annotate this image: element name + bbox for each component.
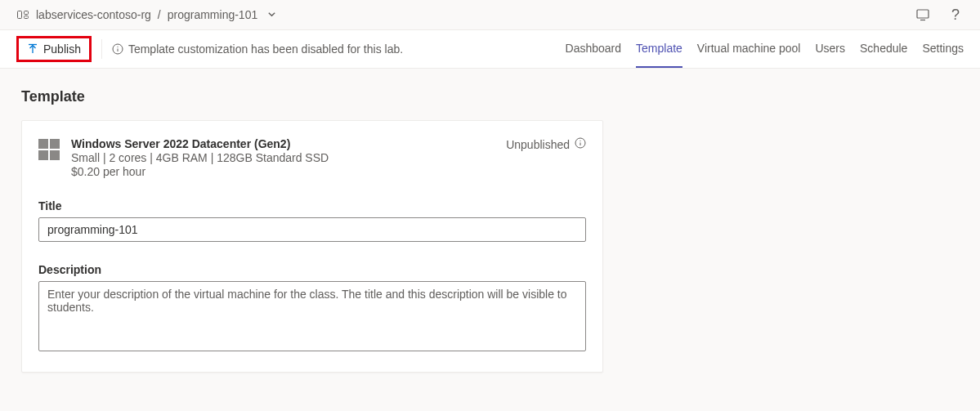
- windows-logo-icon: [38, 139, 60, 160]
- info-text: Template customization has been disabled…: [128, 42, 403, 56]
- title-input[interactable]: [38, 217, 586, 242]
- breadcrumb-separator: /: [158, 8, 161, 21]
- toolbar-divider: [101, 39, 102, 59]
- tab-vm-pool[interactable]: Virtual machine pool: [697, 30, 801, 68]
- svg-rect-3: [917, 10, 929, 18]
- tab-template[interactable]: Template: [636, 30, 682, 68]
- template-card: Windows Server 2022 Datacenter (Gen2) Sm…: [21, 120, 603, 373]
- svg-rect-0: [18, 11, 22, 19]
- chevron-down-icon[interactable]: [267, 10, 276, 20]
- svg-rect-2: [25, 16, 29, 19]
- svg-point-12: [579, 141, 580, 141]
- svg-rect-1: [25, 11, 29, 15]
- resource-group-icon: [16, 8, 29, 21]
- vm-specs: Small | 2 cores | 4GB RAM | 128GB Standa…: [71, 151, 329, 164]
- tab-schedule[interactable]: Schedule: [860, 30, 907, 68]
- monitor-icon[interactable]: [915, 7, 931, 23]
- help-icon[interactable]: ?: [947, 7, 964, 23]
- info-icon[interactable]: [575, 137, 586, 151]
- upload-icon: [27, 43, 38, 55]
- svg-point-9: [117, 47, 118, 47]
- breadcrumb-current[interactable]: programming-101: [168, 8, 258, 21]
- vm-price: $0.20 per hour: [71, 165, 329, 178]
- tab-dashboard[interactable]: Dashboard: [566, 30, 622, 68]
- vm-name: Windows Server 2022 Datacenter (Gen2): [71, 137, 329, 150]
- publish-button[interactable]: Publish: [16, 36, 92, 62]
- tab-settings[interactable]: Settings: [922, 30, 964, 68]
- breadcrumb-root[interactable]: labservices-contoso-rg: [36, 8, 151, 21]
- page-title: Template: [0, 69, 980, 115]
- title-label: Title: [38, 199, 586, 212]
- info-icon: [112, 43, 123, 55]
- description-label: Description: [38, 263, 586, 276]
- vm-status-text: Unpublished: [506, 138, 570, 151]
- breadcrumb: labservices-contoso-rg / programming-101: [16, 8, 276, 21]
- info-message: Template customization has been disabled…: [112, 42, 403, 56]
- publish-label: Publish: [43, 42, 81, 56]
- description-textarea[interactable]: [38, 281, 586, 351]
- tab-users[interactable]: Users: [815, 30, 845, 68]
